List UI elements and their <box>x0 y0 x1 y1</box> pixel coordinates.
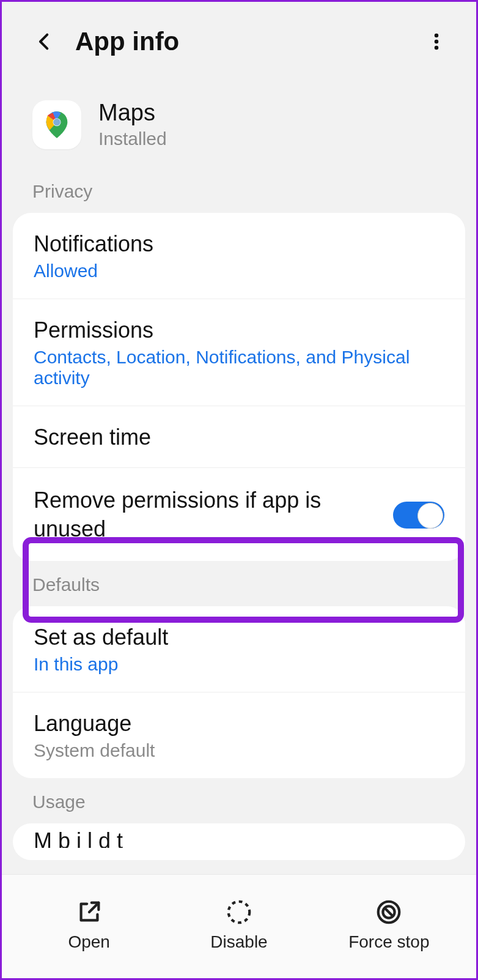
language-item[interactable]: Language System default <box>13 692 465 778</box>
svg-point-2 <box>435 46 439 50</box>
mobile-data-item[interactable]: M b i l d t <box>13 823 465 848</box>
more-options-button[interactable] <box>421 26 452 57</box>
bottom-action-bar: Open Disable Force stop <box>2 874 476 978</box>
svg-point-1 <box>435 40 439 44</box>
back-button[interactable] <box>32 29 57 54</box>
dashed-circle-icon <box>225 898 253 926</box>
page-title: App info <box>75 27 403 56</box>
app-summary-row: Maps Installed <box>2 75 476 168</box>
language-title: Language <box>34 711 444 737</box>
notifications-value: Allowed <box>34 261 444 281</box>
permissions-value: Contacts, Location, Notifications, and P… <box>34 347 444 388</box>
app-install-status: Installed <box>98 128 167 149</box>
set-default-value: In this app <box>34 654 444 675</box>
disable-label: Disable <box>210 932 267 952</box>
prohibit-icon <box>375 898 403 926</box>
svg-line-8 <box>385 908 393 916</box>
svg-point-4 <box>53 118 61 125</box>
svg-point-5 <box>229 901 250 922</box>
svg-point-0 <box>435 34 439 38</box>
notifications-title: Notifications <box>34 231 444 257</box>
remove-permissions-toggle[interactable] <box>393 502 444 529</box>
language-value: System default <box>34 740 444 761</box>
app-icon <box>32 100 81 149</box>
screen-time-title: Screen time <box>34 425 444 450</box>
more-vertical-icon <box>426 31 447 52</box>
defaults-card: Set as default In this app Language Syst… <box>13 606 465 778</box>
section-label-privacy: Privacy <box>2 168 476 213</box>
usage-card: M b i l d t <box>13 823 465 860</box>
remove-permissions-item[interactable]: Remove permissions if app is unused <box>13 468 465 561</box>
notifications-item[interactable]: Notifications Allowed <box>13 213 465 299</box>
disable-button[interactable]: Disable <box>164 898 314 952</box>
header-bar: App info <box>2 2 476 75</box>
force-stop-button[interactable]: Force stop <box>314 898 464 952</box>
remove-permissions-title: Remove permissions if app is unused <box>34 486 381 544</box>
mobile-data-title: M b i l d t <box>34 828 444 848</box>
open-label: Open <box>68 932 110 952</box>
set-default-item[interactable]: Set as default In this app <box>13 606 465 692</box>
section-label-defaults: Defaults <box>2 561 476 606</box>
permissions-item[interactable]: Permissions Contacts, Location, Notifica… <box>13 299 465 406</box>
back-icon <box>34 31 55 52</box>
screen-time-item[interactable]: Screen time <box>13 406 465 468</box>
open-button[interactable]: Open <box>14 898 164 952</box>
permissions-title: Permissions <box>34 317 444 343</box>
app-name: Maps <box>98 100 167 126</box>
section-label-usage: Usage <box>2 778 476 823</box>
privacy-card: Notifications Allowed Permissions Contac… <box>13 213 465 561</box>
open-external-icon <box>75 898 103 926</box>
google-maps-icon <box>41 109 73 141</box>
set-default-title: Set as default <box>34 625 444 650</box>
force-stop-label: Force stop <box>348 932 429 952</box>
